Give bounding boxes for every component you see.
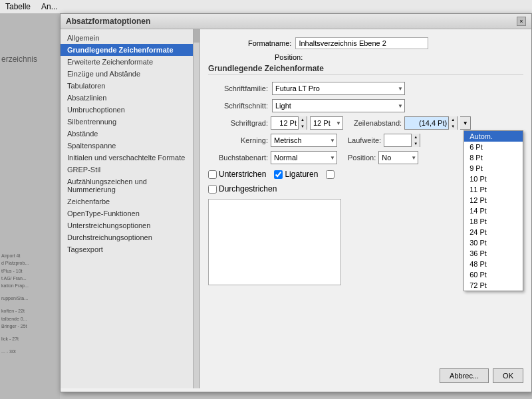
sidebar-item-spaltenspanne[interactable]: Spaltenspanne [61, 140, 193, 152]
sidebar-item-einzuege[interactable]: Einzüge und Abstände [61, 68, 193, 80]
dropdown-item-11pt[interactable]: 11 Pt [464, 184, 523, 195]
zeilenabstand-up[interactable]: ▲ [449, 116, 457, 123]
schriftschnitt-select[interactable]: Light [272, 99, 405, 112]
sidebar-item-erweiterte[interactable]: Erweiterte Zeichenformate [61, 56, 193, 68]
sidebar-item-initialen[interactable]: Initialen und verschachtelte Formate [61, 152, 193, 164]
ok-button[interactable]: OK [493, 368, 523, 383]
sidebar-item-umbruch[interactable]: Umbruchoptionen [61, 104, 193, 116]
sidebar-item-silbentrennung[interactable]: Silbentrennung [61, 116, 193, 128]
sidebar-item-abstaende[interactable]: Abstände [61, 128, 193, 140]
buchstabenart-select[interactable]: Normal [271, 151, 337, 164]
zeilenabstand-input[interactable] [405, 119, 448, 127]
sidebar-item-absatzlinien[interactable]: Absatzlinien [61, 92, 193, 104]
checkbox-ligaturen-label: Ligaturen [285, 170, 318, 179]
schriftfamilie-label: Schriftfamilie: [208, 84, 268, 92]
sidebar: Allgemein Grundlegende Zeichenformate Er… [61, 29, 194, 388]
position2-dropdown-wrapper[interactable]: No [378, 151, 418, 164]
dropdown-item-9pt[interactable]: 9 Pt [464, 163, 523, 174]
doc-text-area: erzeichnis Airport 4t d Platzprob... tPl… [1, 53, 37, 355]
sidebar-item-grundlegende[interactable]: Grundlegende Zeichenformate [61, 44, 193, 56]
position-row: Position: [208, 53, 523, 61]
zeilenabstand-input-wrapper[interactable]: ▲ ▼ [404, 116, 458, 130]
checkbox-unterstrichen-input[interactable] [208, 170, 217, 179]
checkbox-durchgestrichen[interactable]: Durchgestrichen [208, 184, 277, 194]
schriftgrad-input[interactable] [271, 119, 298, 127]
schriftfamilie-row: Schriftfamilie: Futura LT Pro [208, 82, 523, 95]
dropdown-item-12pt[interactable]: 12 Pt [464, 195, 523, 205]
checkbox-durchgestrichen-label: Durchgestrichen [219, 184, 277, 194]
sidebar-item-opentype[interactable]: OpenType-Funktionen [61, 207, 193, 219]
laufweite-input[interactable] [384, 136, 411, 144]
kerning-label: Kerning: [208, 136, 268, 144]
sidebar-item-allgemein[interactable]: Allgemein [61, 32, 193, 44]
dropdown-item-14pt[interactable]: 14 Pt [464, 205, 523, 216]
checkbox-ligaturen[interactable]: Ligaturen [274, 170, 318, 179]
schriftgrad-down[interactable]: ▼ [299, 123, 307, 130]
section-title: Grundlegende Zeichenformate [208, 64, 523, 75]
checkbox-empty-input[interactable] [326, 170, 334, 179]
main-panel: Formatname: Position: Grundlegende Zeich… [200, 29, 531, 388]
schriftfamilie-dropdown-wrapper[interactable]: Futura LT Pro [272, 82, 405, 95]
schriftgrad-up[interactable]: ▲ [299, 116, 307, 123]
menubar: Tabelle An... [0, 0, 532, 14]
dropdown-item-36pt[interactable]: 36 Pt [464, 248, 523, 259]
checkbox-ligaturen-input[interactable] [274, 170, 283, 179]
schriftgrad-unit-wrapper[interactable]: 12 Pt [310, 116, 343, 130]
schriftfamilie-select[interactable]: Futura LT Pro [272, 82, 405, 95]
menu-an[interactable]: An... [39, 1, 61, 12]
dropdown-item-6pt[interactable]: 6 Pt [464, 142, 523, 152]
dialog-title: Absatzformatoptionen [66, 17, 150, 26]
kerning-dropdown-wrapper[interactable]: Metrisch [271, 134, 337, 147]
format-name-label: Formatname: [248, 39, 291, 47]
schriftgrad-unit-select[interactable]: 12 Pt [310, 116, 343, 130]
dropdown-item-18pt[interactable]: 18 Pt [464, 216, 523, 227]
kerning-select[interactable]: Metrisch [271, 134, 337, 147]
laufweite-up[interactable]: ▲ [412, 134, 420, 140]
schriftgrad-spinner[interactable]: ▲ ▼ [271, 116, 307, 130]
dropdown-item-autom[interactable]: Autom. [464, 131, 523, 142]
zeilenabstand-arrows: ▲ ▼ [448, 116, 457, 130]
schriftschnitt-label: Schriftschnitt: [208, 102, 268, 110]
laufweite-spinner[interactable]: ▲ ▼ [384, 134, 420, 147]
doc-background: erzeichnis Airport 4t d Platzprob... tPl… [0, 13, 60, 399]
sidebar-scrollbar[interactable] [194, 29, 200, 388]
dropdown-item-24pt[interactable]: 24 Pt [464, 227, 523, 237]
format-name-input[interactable] [295, 37, 428, 49]
sidebar-item-tabulatoren[interactable]: Tabulatoren [61, 80, 193, 92]
dialog: Absatzformatoptionen × Allgemein Grundle… [60, 13, 532, 392]
dialog-footer: Abbrec... OK [440, 368, 523, 383]
preview-box [208, 199, 341, 285]
schriftschnitt-dropdown-wrapper[interactable]: Light [272, 99, 405, 112]
checkbox-unterstrichen-label: Unterstrichen [219, 170, 266, 179]
close-button[interactable]: × [517, 17, 526, 26]
dropdown-item-8pt[interactable]: 8 Pt [464, 152, 523, 163]
sidebar-item-durchstreichung[interactable]: Durchstreichungsoptionen [61, 231, 193, 243]
cancel-button[interactable]: Abbrec... [440, 368, 489, 383]
menu-tabelle[interactable]: Tabelle [3, 1, 33, 12]
sidebar-item-unterstreichung[interactable]: Unterstreichungsoptionen [61, 219, 193, 231]
position2-select[interactable]: No [378, 151, 418, 164]
position2-label: Position: [348, 154, 376, 162]
position-label: Position: [275, 53, 303, 61]
sidebar-item-grep[interactable]: GREP-Stil [61, 164, 193, 176]
zeilenabstand-dropdown-btn[interactable]: ▼ Autom. 6 Pt 8 Pt 9 Pt 10 Pt 11 Pt 12 P… [460, 116, 471, 130]
laufweite-label: Laufweite: [348, 136, 381, 144]
sidebar-item-aufzaehlung[interactable]: Aufzählungszeichen und Nummerierung [61, 176, 193, 196]
buchstabenart-label: Buchstabenart: [208, 154, 268, 162]
laufweite-down[interactable]: ▼ [412, 140, 420, 147]
dropdown-item-48pt[interactable]: 48 Pt [464, 259, 523, 269]
dropdown-item-60pt[interactable]: 60 Pt [464, 269, 523, 280]
dropdown-item-72pt[interactable]: 72 Pt [464, 280, 523, 291]
dropdown-item-10pt[interactable]: 10 Pt [464, 174, 523, 184]
schriftgrad-zeilenabstand-row: Schriftgrad: ▲ ▼ 12 Pt [208, 116, 523, 130]
dropdown-item-30pt[interactable]: 30 Pt [464, 237, 523, 248]
zeilenabstand-dropdown-popup: Autom. 6 Pt 8 Pt 9 Pt 10 Pt 11 Pt 12 Pt … [464, 130, 523, 291]
schriftschnitt-row: Schriftschnitt: Light [208, 99, 523, 112]
zeilenabstand-down[interactable]: ▼ [449, 123, 457, 130]
buchstabenart-dropdown-wrapper[interactable]: Normal [271, 151, 337, 164]
checkbox-unterstrichen[interactable]: Unterstrichen [208, 170, 266, 179]
checkbox-durchgestrichen-input[interactable] [208, 185, 217, 194]
checkbox-empty[interactable] [326, 170, 336, 179]
sidebar-item-tagsexport[interactable]: Tagsexport [61, 243, 193, 255]
sidebar-item-zeichenfarbe[interactable]: Zeichenfarbe [61, 196, 193, 207]
